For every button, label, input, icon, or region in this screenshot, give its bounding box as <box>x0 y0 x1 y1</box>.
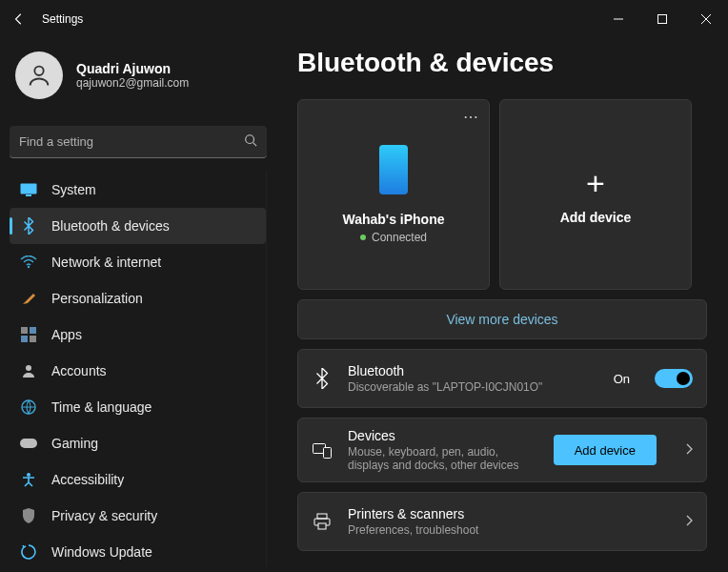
sidebar-item-privacy[interactable]: Privacy & security <box>10 498 266 534</box>
sidebar-item-label: Bluetooth & devices <box>51 218 170 234</box>
svg-rect-9 <box>30 327 36 334</box>
bluetooth-toggle[interactable] <box>655 369 693 388</box>
printers-row[interactable]: Printers & scanners Preferences, trouble… <box>297 492 707 551</box>
user-name: Quadri Ajuwon <box>76 61 189 76</box>
svg-rect-20 <box>318 523 326 529</box>
add-device-label: Add device <box>560 210 632 225</box>
sidebar-item-label: Time & language <box>51 399 152 415</box>
sidebar-item-update[interactable]: Windows Update <box>10 534 266 566</box>
phone-icon <box>379 145 408 194</box>
sidebar-item-label: Windows Update <box>51 544 152 560</box>
bluetooth-row-title: Bluetooth <box>348 363 598 378</box>
sidebar-item-label: Accessibility <box>51 472 124 487</box>
device-name: Wahab's iPhone <box>342 212 444 227</box>
svg-rect-14 <box>20 439 37 448</box>
devices-row-subtitle: Mouse, keyboard, pen, audio, displays an… <box>348 445 538 472</box>
search-icon <box>244 133 257 151</box>
wifi-icon <box>19 253 38 272</box>
svg-point-2 <box>34 67 43 75</box>
bluetooth-icon <box>312 368 333 389</box>
sidebar-item-label: Network & internet <box>51 255 161 270</box>
svg-point-7 <box>28 266 30 268</box>
devices-row-title: Devices <box>348 428 538 443</box>
user-email: qajuwon2@gmail.com <box>76 76 189 90</box>
sidebar-item-label: Apps <box>51 327 82 342</box>
device-status: Connected <box>372 231 427 244</box>
devices-row[interactable]: Devices Mouse, keyboard, pen, audio, dis… <box>297 418 707 482</box>
svg-rect-5 <box>21 184 37 194</box>
sidebar: Quadri Ajuwon qajuwon2@gmail.com SystemB… <box>0 38 276 572</box>
chevron-right-icon <box>685 441 693 459</box>
display-icon <box>19 180 38 199</box>
avatar <box>15 51 63 99</box>
sidebar-item-personalization[interactable]: Personalization <box>10 280 266 317</box>
bluetooth-icon <box>19 216 38 235</box>
window-title: Settings <box>42 12 83 26</box>
titlebar: Settings <box>0 0 728 38</box>
svg-rect-1 <box>658 15 667 24</box>
back-button[interactable] <box>11 11 27 27</box>
brush-icon <box>19 289 38 308</box>
svg-line-4 <box>253 143 257 147</box>
user-account-block[interactable]: Quadri Ajuwon qajuwon2@gmail.com <box>10 44 267 114</box>
view-more-devices-link[interactable]: View more devices <box>297 299 707 339</box>
sidebar-item-label: Gaming <box>51 436 98 451</box>
devices-icon <box>312 441 333 459</box>
printers-row-title: Printers & scanners <box>348 506 657 521</box>
svg-point-15 <box>27 473 30 477</box>
person-icon <box>19 361 38 380</box>
chevron-right-icon <box>685 513 693 530</box>
close-button[interactable] <box>684 0 728 38</box>
svg-rect-18 <box>317 514 327 519</box>
sidebar-item-accessibility[interactable]: Accessibility <box>10 461 266 498</box>
printers-row-subtitle: Preferences, troubleshoot <box>348 523 576 537</box>
sidebar-item-label: Privacy & security <box>51 508 157 523</box>
accessibility-icon <box>19 470 38 489</box>
more-options-button[interactable]: ⋯ <box>463 108 479 126</box>
shield-icon <box>19 506 38 525</box>
plus-icon: + <box>586 165 605 202</box>
sidebar-item-accounts[interactable]: Accounts <box>10 353 266 389</box>
add-device-button[interactable]: Add device <box>554 435 657 465</box>
bluetooth-row-subtitle: Discoverable as "LAPTOP-I0CJN01O" <box>348 380 576 394</box>
svg-rect-10 <box>21 336 28 342</box>
paired-device-card[interactable]: ⋯ Wahab's iPhone Connected <box>297 99 490 290</box>
gamepad-icon <box>19 434 38 453</box>
printer-icon <box>312 513 333 530</box>
connected-status-dot <box>360 235 366 240</box>
svg-rect-8 <box>21 327 28 334</box>
globe-icon <box>19 398 38 417</box>
update-icon <box>19 542 38 562</box>
nav-list: SystemBluetooth & devicesNetwork & inter… <box>10 172 267 566</box>
sidebar-item-label: Accounts <box>51 363 107 378</box>
sidebar-item-network[interactable]: Network & internet <box>10 244 266 280</box>
search-input[interactable] <box>10 126 267 158</box>
maximize-button[interactable] <box>640 0 684 38</box>
svg-point-3 <box>246 135 254 144</box>
svg-rect-17 <box>324 448 332 459</box>
sidebar-item-gaming[interactable]: Gaming <box>10 425 266 461</box>
sidebar-item-apps[interactable]: Apps <box>10 317 266 353</box>
minimize-button[interactable] <box>597 0 640 38</box>
content-area: Bluetooth & devices ⋯ Wahab's iPhone Con… <box>276 38 728 572</box>
page-title: Bluetooth & devices <box>297 48 707 78</box>
sidebar-item-bluetooth[interactable]: Bluetooth & devices <box>10 208 266 244</box>
svg-rect-6 <box>26 194 31 196</box>
svg-rect-11 <box>30 336 36 342</box>
bluetooth-toggle-row: Bluetooth Discoverable as "LAPTOP-I0CJN0… <box>297 349 707 408</box>
toggle-state-label: On <box>614 372 630 386</box>
sidebar-item-label: Personalization <box>51 291 143 306</box>
svg-point-12 <box>26 365 31 371</box>
sidebar-item-time[interactable]: Time & language <box>10 389 266 425</box>
sidebar-item-system[interactable]: System <box>10 172 266 208</box>
add-device-card[interactable]: + Add device <box>499 99 692 290</box>
sidebar-item-label: System <box>51 182 96 197</box>
apps-icon <box>19 325 38 344</box>
active-indicator <box>10 217 12 235</box>
